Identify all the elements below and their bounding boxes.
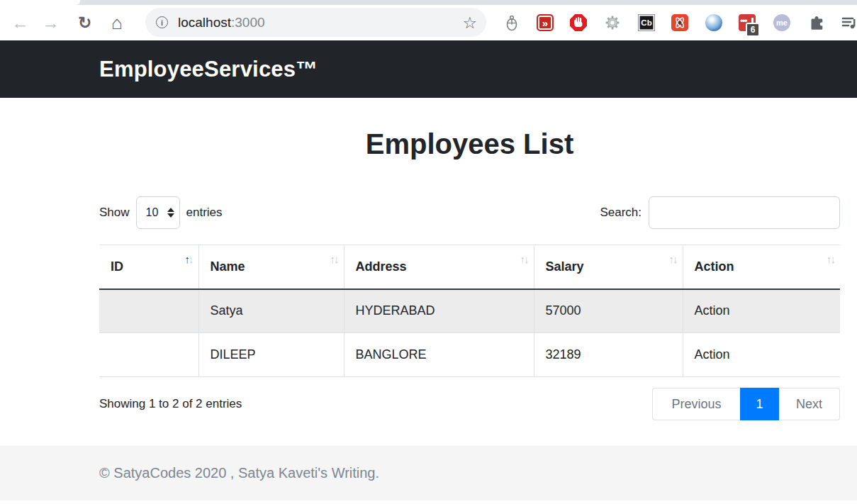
select-caret-icon — [167, 208, 174, 218]
page-1-button[interactable]: 1 — [740, 388, 779, 420]
column-label: ID — [111, 259, 123, 274]
search-label: Search: — [600, 206, 642, 220]
page-title: Employees List — [99, 127, 840, 161]
sort-icon: ↑↓ — [520, 253, 528, 265]
home-icon[interactable]: ⌂ — [111, 13, 123, 32]
back-icon[interactable]: ← — [11, 14, 29, 32]
page-length-control: Show 10 entries — [99, 196, 223, 229]
table-info: Showing 1 to 2 of 2 entries — [99, 397, 242, 411]
table-controls: Show 10 entries Search: — [99, 196, 840, 229]
site-footer: © SatyaCodes 2020 , Satya Kaveti's Writi… — [0, 446, 857, 500]
sort-icon: ↑↓ — [330, 253, 338, 265]
site-info-icon[interactable]: i — [156, 16, 168, 28]
table-row: Satya HYDERABAD 57000 Action — [99, 289, 840, 333]
column-label: Name — [211, 259, 245, 274]
adblock-hand-extension-icon[interactable] — [570, 14, 587, 31]
active-tab[interactable] — [0, 0, 80, 5]
sort-icon: ↑↓ — [185, 253, 193, 265]
table-footer-row: Showing 1 to 2 of 2 entries Previous 1 N… — [99, 388, 840, 420]
entries-label: entries — [186, 206, 223, 220]
reload-icon[interactable]: ↻ — [78, 15, 91, 31]
app-navbar: EmployeeServices™ — [0, 40, 857, 98]
cb-extension-icon[interactable]: Cb — [638, 14, 655, 31]
copyright-text: © SatyaCodes 2020 , Satya Kaveti's Writi… — [99, 465, 379, 481]
header-row: ID ↑↓ Name ↑↓ Address ↑↓ Salary ↑↓ Actio… — [99, 245, 840, 289]
column-header-address[interactable]: Address ↑↓ — [344, 245, 534, 289]
cell-name: DILEEP — [198, 333, 344, 377]
extension-badge: 6 — [746, 23, 760, 37]
entries-select-value: 10 — [146, 206, 159, 219]
cell-name: Satya — [198, 289, 344, 333]
search-control: Search: — [600, 196, 840, 229]
column-label: Action — [695, 259, 734, 274]
fast-forward-extension-icon[interactable]: » — [537, 14, 554, 31]
cell-id — [99, 333, 198, 377]
sort-icon: ↑↓ — [827, 253, 834, 265]
browser-toolbar: ← → ↻ ⌂ i localhost:3000 ☆ » — [0, 5, 857, 40]
page-container: Employees List Show 10 entries Search: I… — [99, 127, 840, 420]
address-bar[interactable]: i localhost:3000 ☆ — [145, 8, 486, 37]
next-page-button[interactable]: Next — [779, 388, 840, 420]
employees-table: ID ↑↓ Name ↑↓ Address ↑↓ Salary ↑↓ Actio… — [99, 245, 840, 377]
search-input[interactable] — [649, 196, 840, 229]
atom-extension-icon[interactable] — [671, 14, 688, 31]
cell-action: Action — [683, 333, 840, 377]
swirl-extension-icon[interactable] — [705, 14, 722, 31]
downloader-extension-icon[interactable]: ••• 6 — [739, 14, 756, 31]
bookmark-star-icon[interactable]: ☆ — [462, 13, 477, 32]
gear-extension-icon[interactable] — [604, 14, 621, 31]
column-header-name[interactable]: Name ↑↓ — [198, 245, 344, 289]
entries-select[interactable]: 10 — [136, 196, 180, 229]
cell-action: Action — [683, 289, 840, 333]
me-extension-icon[interactable]: me — [773, 14, 790, 31]
cell-address: BANGLORE — [344, 333, 534, 377]
column-label: Address — [356, 259, 407, 274]
cell-salary: 32189 — [534, 333, 683, 377]
show-label: Show — [99, 206, 130, 220]
mouse-gestures-extension-icon[interactable] — [503, 14, 520, 31]
cell-address: HYDERABAD — [344, 289, 534, 333]
brand[interactable]: EmployeeServices™ — [99, 57, 318, 82]
table-row: DILEEP BANGLORE 32189 Action — [99, 333, 840, 377]
column-header-action[interactable]: Action ↑↓ — [683, 245, 840, 289]
column-header-id[interactable]: ID ↑↓ — [99, 245, 198, 289]
url-text: localhost:3000 — [178, 15, 265, 30]
cell-id — [99, 289, 198, 333]
column-label: Salary — [546, 259, 584, 274]
playlist-menu-icon[interactable] — [841, 14, 857, 31]
tab-strip — [0, 0, 857, 5]
previous-page-button[interactable]: Previous — [652, 388, 740, 420]
cell-salary: 57000 — [534, 289, 683, 333]
forward-icon[interactable]: → — [42, 14, 60, 32]
extensions-puzzle-icon[interactable] — [808, 14, 825, 31]
sort-icon: ↑↓ — [669, 253, 677, 265]
column-header-salary[interactable]: Salary ↑↓ — [534, 245, 683, 289]
pagination: Previous 1 Next — [652, 388, 840, 420]
